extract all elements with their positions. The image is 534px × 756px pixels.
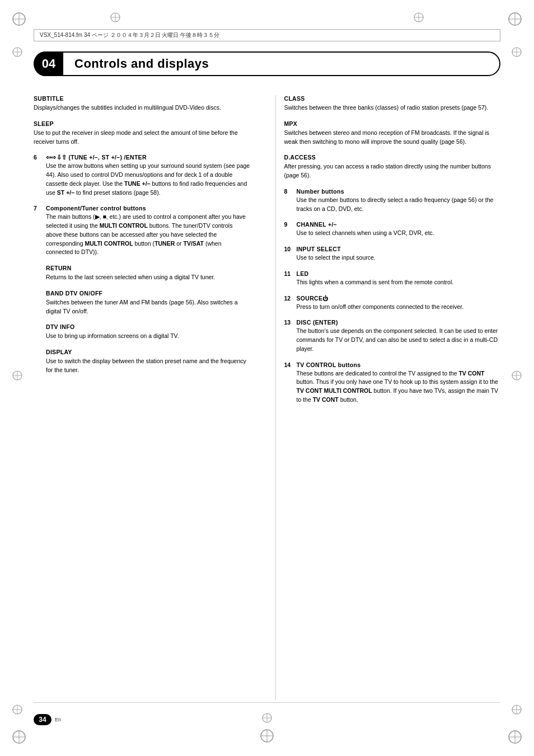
reg-mark-left-top	[11, 46, 24, 59]
mpx-title: MPX	[284, 120, 501, 127]
section-item8: 8 Number buttons Use the number buttons …	[284, 188, 501, 214]
section-display: DISPLAY Use to switch the display betwee…	[46, 349, 250, 375]
section-item13: 13 DISC (ENTER) The button's use depends…	[284, 319, 501, 353]
item9-title: CHANNEL +/–	[297, 221, 337, 228]
right-column: CLASS Switches between the three banks (…	[275, 95, 501, 700]
content-area: SUBTITLE Displays/changes the subtitles …	[34, 95, 500, 700]
item14-title: TV CONTROL buttons	[297, 361, 361, 368]
reg-mark-right-mid	[510, 369, 523, 383]
center-bottom-mark	[261, 712, 273, 725]
h-divider	[34, 702, 500, 703]
item6-content: ⇦⇨⇩⇧ (TUNE +/–, ST +/–) /ENTER Use the a…	[46, 154, 250, 197]
section-item6: 6 ⇦⇨⇩⇧ (TUNE +/–, ST +/–) /ENTER Use the…	[34, 154, 250, 197]
band-dtv-title: BAND DTV ON/OFF	[46, 290, 250, 297]
reg-mark-top-left	[109, 11, 121, 25]
class-title: CLASS	[284, 95, 501, 102]
item10-content: INPUT SELECT Use to select the input sou…	[297, 246, 501, 262]
item12-content: SOURCE⏻ Press to turn on/off other compo…	[297, 295, 501, 312]
page-footer: 34 En	[34, 714, 61, 725]
item7-content: Component/Tuner control buttons The main…	[46, 205, 250, 257]
item7-title: Component/Tuner control buttons	[46, 205, 146, 212]
section-item14: 14 TV CONTROL buttons These buttons are …	[284, 361, 501, 405]
section-item11: 11 LED This lights when a command is sen…	[284, 270, 501, 287]
reg-mark-right-top	[510, 46, 523, 59]
item14-number: 14	[284, 361, 292, 405]
item9-number: 9	[284, 221, 292, 238]
item10-number: 10	[284, 246, 292, 262]
corner-mark-bl	[11, 729, 27, 745]
chapter-number: 04	[34, 51, 63, 76]
section-class: CLASS Switches between the three banks (…	[284, 95, 501, 112]
section-return: RETURN Returns to the last screen select…	[46, 265, 250, 282]
dtv-info-body: Use to bring up information screens on a…	[46, 332, 250, 341]
corner-mark-br	[507, 729, 523, 745]
daccess-title: D.ACCESS	[284, 154, 501, 161]
reg-mark-bottom-right	[510, 703, 523, 717]
item6-body: Use the arrow buttons when setting up yo…	[46, 162, 250, 197]
reg-mark-bottom-center	[259, 728, 275, 745]
section-item7: 7 Component/Tuner control buttons The ma…	[34, 205, 250, 257]
chapter-header: 04 Controls and displays	[34, 51, 500, 76]
item10-title: INPUT SELECT	[297, 246, 341, 252]
item7-body: The main buttons (▶, ■, etc.) are used t…	[46, 213, 250, 257]
class-body: Switches between the three banks (classe…	[284, 104, 501, 112]
section-item10: 10 INPUT SELECT Use to select the input …	[284, 246, 501, 262]
section-dtv-info: DTV INFO Use to bring up information scr…	[46, 323, 250, 341]
daccess-body: After pressing, you can access a radio s…	[284, 162, 501, 180]
item12-body: Press to turn on/off other components co…	[297, 303, 501, 312]
file-info-text: VSX_514-814.fm 34 ページ ２００４年３月２日 火曜日 午後８時…	[40, 31, 219, 39]
item9-body: Use to select channels when using a VCR,…	[297, 229, 501, 238]
display-body: Use to switch the display between the st…	[46, 357, 250, 375]
left-column: SUBTITLE Displays/changes the subtitles …	[34, 95, 259, 700]
item8-title: Number buttons	[297, 188, 344, 195]
dtv-info-title: DTV INFO	[46, 323, 250, 330]
item7-number: 7	[34, 205, 41, 257]
item6-number: 6	[34, 154, 41, 197]
item11-body: This lights when a command is sent from …	[297, 278, 501, 287]
corner-mark-tr	[507, 11, 523, 27]
page-language: En	[55, 717, 61, 722]
item13-body: The button's use depends on the componen…	[297, 327, 501, 353]
item8-number: 8	[284, 188, 292, 214]
item11-title: LED	[297, 270, 309, 277]
corner-mark-tl	[11, 11, 27, 27]
section-subtitle: SUBTITLE Displays/changes the subtitles …	[34, 95, 250, 112]
return-body: Returns to the last screen selected when…	[46, 273, 250, 282]
section-item9: 9 CHANNEL +/– Use to select channels whe…	[284, 221, 501, 238]
page-number: 34	[34, 714, 51, 725]
reg-mark-top-right	[413, 11, 425, 25]
item10-body: Use to select the input source.	[297, 253, 501, 262]
item13-content: DISC (ENTER) The button's use depends on…	[297, 319, 501, 353]
return-title: RETURN	[46, 265, 250, 271]
section-sleep: SLEEP Use to put the receiver in sleep m…	[34, 120, 250, 147]
item12-title: SOURCE⏻	[297, 295, 329, 302]
item11-number: 11	[284, 270, 292, 287]
item8-content: Number buttons Use the number buttons to…	[297, 188, 501, 214]
section-mpx: MPX Switches between stereo and mono rec…	[284, 120, 501, 147]
reg-mark-left-mid	[11, 369, 24, 383]
subtitle-body: Displays/changes the subtitles included …	[34, 104, 250, 112]
sleep-body: Use to put the receiver in sleep mode an…	[34, 129, 250, 147]
item13-title: DISC (ENTER)	[297, 319, 338, 326]
mpx-body: Switches between stereo and mono recepti…	[284, 129, 501, 147]
item6-title: ⇦⇨⇩⇧ (TUNE +/–, ST +/–) /ENTER	[46, 154, 147, 161]
reg-mark-bottom-left	[11, 703, 24, 717]
item14-content: TV CONTROL buttons These buttons are ded…	[297, 361, 501, 405]
section-band-dtv: BAND DTV ON/OFF Switches between the tun…	[46, 290, 250, 316]
section-item12: 12 SOURCE⏻ Press to turn on/off other co…	[284, 295, 501, 312]
subtitle-title: SUBTITLE	[34, 95, 250, 102]
display-title: DISPLAY	[46, 349, 250, 355]
item13-number: 13	[284, 319, 292, 353]
section-daccess: D.ACCESS After pressing, you can access …	[284, 154, 501, 180]
item12-number: 12	[284, 295, 292, 312]
sleep-title: SLEEP	[34, 120, 250, 127]
band-dtv-body: Switches between the tuner AM and FM ban…	[46, 298, 250, 316]
item9-content: CHANNEL +/– Use to select channels when …	[297, 221, 501, 238]
item14-body: These buttons are dedicated to control t…	[297, 369, 501, 405]
item8-body: Use the number buttons to directly selec…	[297, 196, 501, 214]
item11-content: LED This lights when a command is sent f…	[297, 270, 501, 287]
chapter-title: Controls and displays	[63, 57, 209, 71]
file-info-bar: VSX_514-814.fm 34 ページ ２００４年３月２日 火曜日 午後８時…	[34, 29, 500, 41]
